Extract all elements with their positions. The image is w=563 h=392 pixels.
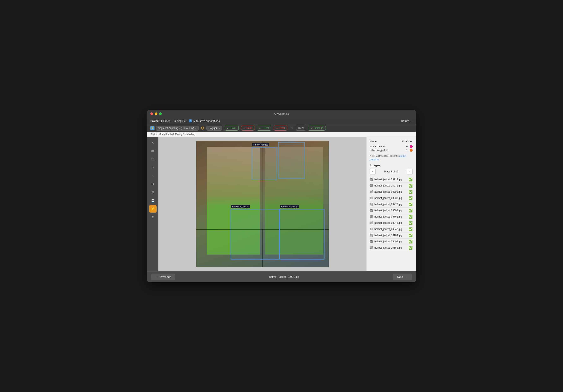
close-button[interactable] xyxy=(150,112,153,115)
plus-point-button[interactable]: ● +Point xyxy=(225,126,239,131)
image-filename: helmet_jacket_09402.jpg xyxy=(374,240,407,243)
image-list-item[interactable]: 🖼 helmet_jacket_09992.jpg ✅ xyxy=(370,189,413,195)
zoom-in-tool[interactable]: ⊕ xyxy=(149,180,157,188)
image-filename: helmet_jacket_09212.jpg xyxy=(374,178,407,181)
image-checked-icon: ✅ xyxy=(409,209,413,212)
label-color-safety-helmet xyxy=(410,145,413,148)
image-list-item[interactable]: 🖼 helmet_jacket_09762.jpg ✅ xyxy=(370,214,413,220)
image-list-item[interactable]: 🖼 helmet_jacket_09402.jpg ✅ xyxy=(370,239,413,245)
toolbar: Project: Helmet - Training Set ✓ Auto-sa… xyxy=(147,118,416,124)
plus-rect-button[interactable]: ▭ +Rect xyxy=(257,126,271,131)
image-list-item[interactable]: 🖼 helmet_jacket_10153.jpg ✅ xyxy=(370,245,413,251)
image-file-icon: 🖼 xyxy=(370,184,373,187)
toolbar-left: Project: Helmet - Training Set ✓ Auto-sa… xyxy=(150,119,220,122)
image-list-item[interactable]: 🖼 helmet_jacket_09947.jpg ✅ xyxy=(370,226,413,232)
autosave-label: Auto-save annotations xyxy=(193,119,220,122)
maximize-button[interactable] xyxy=(159,112,162,115)
image-list-item[interactable]: 🖼 helmet_jacket_10031.jpg ✅ xyxy=(370,183,413,189)
minimize-button[interactable] xyxy=(155,112,157,115)
model-icon: ⚡ xyxy=(150,126,154,130)
prev-page-button[interactable]: ‹ xyxy=(370,169,376,174)
image-file-icon: 🖼 xyxy=(370,203,373,206)
left-toolbar: ↖ ▭ ⬠ ○ · ⊕ ⊖ 💾 ⚡ ? xyxy=(147,137,158,271)
annotation-label-jacket-left: reflective_jacket xyxy=(231,205,250,208)
col-color: Color xyxy=(406,140,413,143)
image-file-icon: 🖼 xyxy=(370,234,373,237)
window-title: AnyLearning xyxy=(274,112,289,115)
image-list-item[interactable]: 🖼 helmet_jacket_09038.jpg ✅ xyxy=(370,195,413,201)
label-row-safety-helmet[interactable]: safety_helmet 0 xyxy=(370,145,413,148)
polygon-tool[interactable]: ⬠ xyxy=(149,156,157,163)
label-name-reflective-jacket: reflective_jacket xyxy=(370,149,404,152)
model-selector: ⚡ Segment Anything 2 (Hiera-Tiny) ▾ xyxy=(150,126,199,131)
model-dropdown[interactable]: Segment Anything 2 (Hiera-Tiny) ▾ xyxy=(156,126,199,131)
ellipse-tool[interactable]: ○ xyxy=(149,164,157,171)
label-color-reflective-jacket xyxy=(410,149,413,152)
label-id-safety-helmet: 0 xyxy=(406,145,408,148)
image-container: safety_helmet safety_helmet reflective_j… xyxy=(196,141,329,267)
minus-point-button[interactable]: ○ -Point xyxy=(241,126,255,131)
zoom-out-tool[interactable]: ⊖ xyxy=(149,189,157,196)
circle-indicator xyxy=(201,127,204,130)
image-checked-icon: ✅ xyxy=(409,240,413,244)
image-filename: helmet_jacket_09992.jpg xyxy=(374,190,407,193)
image-checked-icon: ✅ xyxy=(409,190,413,194)
main-window: AnyLearning Project: Helmet - Training S… xyxy=(147,110,416,282)
image-checked-icon: ✅ xyxy=(409,215,413,219)
note-text: Note: Edit the label list in the project… xyxy=(370,154,413,161)
image-list-item[interactable]: 🖼 helmet_jacket_10184.jpg ✅ xyxy=(370,232,413,239)
images-title: Images xyxy=(370,164,413,167)
page-info: Page 3 of 16 xyxy=(377,170,406,173)
image-filename: helmet_jacket_09945.jpg xyxy=(374,222,407,224)
image-file-icon: 🖼 xyxy=(370,246,373,249)
image-checked-icon: ✅ xyxy=(409,184,413,188)
pagination: ‹ Page 3 of 16 › xyxy=(370,169,413,174)
image-file-icon: 🖼 xyxy=(370,190,373,194)
minus-rect-button[interactable]: ▭ -Rect xyxy=(274,126,287,131)
canvas-area[interactable]: safety_helmet safety_helmet reflective_j… xyxy=(158,137,366,271)
next-button[interactable]: Next → xyxy=(393,274,412,280)
image-filename: helmet_jacket_10153.jpg xyxy=(374,246,407,249)
annotation-label-jacket-right: reflective_jacket xyxy=(280,205,299,208)
image-file-icon: 🖼 xyxy=(370,221,373,224)
label-row-reflective-jacket[interactable]: reflective_jacket 1 xyxy=(370,148,413,152)
label-id-reflective-jacket: 1 xyxy=(406,149,408,152)
right-panel: Name ID Color safety_helmet 0 reflective… xyxy=(366,137,416,271)
autosave-checkbox[interactable]: ✓ xyxy=(189,119,192,122)
images-section: Images ‹ Page 3 of 16 › 🖼 helmet_jacket_… xyxy=(370,164,413,251)
previous-button[interactable]: ← Previous xyxy=(151,274,175,280)
magic-tool[interactable]: ⚡ xyxy=(149,205,157,212)
annotation-safety-helmet-left: safety_helmet xyxy=(252,147,277,180)
image-file-icon: 🖼 xyxy=(370,240,373,243)
polygon-dropdown[interactable]: Polygon ▾ xyxy=(206,126,222,131)
image-checked-icon: ✅ xyxy=(409,227,413,231)
rectangle-tool[interactable]: ▭ xyxy=(149,147,157,155)
image-filename: helmet_jacket_09947.jpg xyxy=(374,228,407,231)
image-file-icon: 🖼 xyxy=(370,178,373,181)
annotation-label-safety-helmet-right: safety_helmet xyxy=(279,141,295,141)
image-filename: helmet_jacket_09776.jpg xyxy=(374,203,407,206)
point-tool[interactable]: · xyxy=(149,172,157,180)
image-list-item[interactable]: 🖼 helmet_jacket_09004.jpg ✅ xyxy=(370,208,413,214)
return-button[interactable]: Return → xyxy=(401,119,413,122)
next-page-button[interactable]: › xyxy=(407,169,413,174)
image-file-icon: 🖼 xyxy=(370,196,373,200)
cursor-tool[interactable]: ↖ xyxy=(149,139,157,146)
clear-button[interactable]: Clear xyxy=(296,126,306,131)
traffic-lights xyxy=(150,112,162,115)
image-list-item[interactable]: 🖼 helmet_jacket_09945.jpg ✅ xyxy=(370,220,413,226)
help-tool[interactable]: ? xyxy=(149,213,157,221)
image-list: 🖼 helmet_jacket_09212.jpg ✅ 🖼 helmet_jac… xyxy=(370,177,413,251)
save-tool[interactable]: 💾 xyxy=(149,197,157,204)
image-file-icon: 🖼 xyxy=(370,215,373,218)
annotation-label-safety-helmet-left: safety_helmet xyxy=(252,143,269,146)
image-checked-icon: ✅ xyxy=(409,196,413,200)
image-list-item[interactable]: 🖼 helmet_jacket_09212.jpg ✅ xyxy=(370,177,413,183)
finish-button[interactable]: ✓ Finish (f) xyxy=(308,126,326,131)
image-list-item[interactable]: 🖼 helmet_jacket_09776.jpg ✅ xyxy=(370,201,413,208)
autosave-toggle[interactable]: ✓ Auto-save annotations xyxy=(189,119,220,122)
annotation-safety-helmet-right: safety_helmet xyxy=(278,142,305,179)
image-checked-icon: ✅ xyxy=(409,234,413,237)
annotation-canvas[interactable]: safety_helmet safety_helmet reflective_j… xyxy=(196,141,329,267)
image-file-icon: 🖼 xyxy=(370,227,373,231)
